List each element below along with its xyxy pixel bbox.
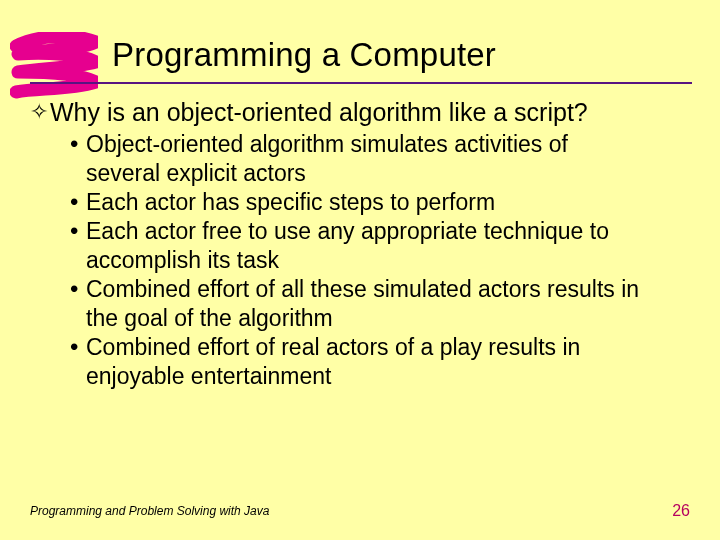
slide-content: ✧ Why is an object-oriented algorithm li… (30, 96, 690, 391)
slide-title-wrap: Programming a Computer (112, 36, 690, 74)
list-item: • Object-oriented algorithm simulates ac… (70, 130, 690, 188)
list-item: • Combined effort of all these simulated… (70, 275, 690, 333)
list-item-text: Each actor free to use any appropriate t… (86, 217, 646, 275)
list-item: • Combined effort of real actors of a pl… (70, 333, 690, 391)
list-item-text: Combined effort of all these simulated a… (86, 275, 646, 333)
dot-bullet-icon: • (70, 188, 86, 216)
dot-bullet-icon: • (70, 217, 86, 245)
list-item-text: Each actor has specific steps to perform (86, 188, 495, 217)
dot-bullet-icon: • (70, 333, 86, 361)
page-number: 26 (672, 502, 690, 520)
list-item: • Each actor free to use any appropriate… (70, 217, 690, 275)
dot-bullet-icon: • (70, 130, 86, 158)
list-item-text: Combined effort of real actors of a play… (86, 333, 646, 391)
footer-source: Programming and Problem Solving with Jav… (30, 504, 269, 518)
title-divider (30, 82, 692, 84)
slide-title: Programming a Computer (112, 36, 690, 74)
list-item: • Each actor has specific steps to perfo… (70, 188, 690, 217)
level1-item: ✧ Why is an object-oriented algorithm li… (30, 96, 690, 128)
list-item-text: Object-oriented algorithm simulates acti… (86, 130, 646, 188)
level1-text: Why is an object-oriented algorithm like… (50, 96, 588, 128)
level2-list: • Object-oriented algorithm simulates ac… (30, 130, 690, 391)
dot-bullet-icon: • (70, 275, 86, 303)
diamond-bullet-icon: ✧ (30, 97, 50, 127)
brush-stroke-decoration (10, 32, 98, 100)
